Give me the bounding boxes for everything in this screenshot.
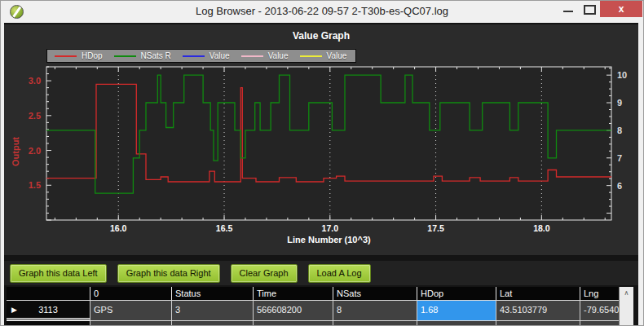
y-axis-label-left: Output [11,126,20,177]
button-bar: Graph this data LeftGraph this data Righ… [4,261,638,285]
table-row: 3114NTUN1.250.307.3788154.0590317.000000… [7,320,633,326]
table-cell[interactable]: GPS [90,301,171,320]
window-title: Log Browser - 2013-06-22 09-57 2-T30b-es… [0,0,644,23]
graph-this-data-right-button[interactable]: Graph this data Right [117,264,220,283]
column-header-nsats[interactable]: NSats [333,287,417,300]
table-cell[interactable]: 8 [333,301,417,320]
table-cell[interactable]: 566608200 [253,301,333,320]
table-cell[interactable]: NTUN [90,321,171,326]
row-header-cell[interactable]: ▶3113 [7,301,90,320]
table-cell[interactable]: 0.30 [253,321,333,326]
left-tick-label: 1.5 [29,180,41,190]
table-cell[interactable]: 1.25 [171,321,253,326]
right-tick-label: 10 [617,70,627,80]
current-row-marker-icon: ▶ [11,306,17,314]
row-header-cell[interactable]: 3114 [7,321,90,326]
x-tick-label: 17.0 [322,223,339,233]
left-tick-label: 3.0 [29,76,41,86]
right-tick-label: 7 [617,153,622,163]
column-header-row[interactable] [7,287,90,300]
table-row: ▶3113GPS356660820081.6843.5103779-79.654… [7,300,633,320]
legend-swatch [300,55,322,57]
maximize-button[interactable] [579,0,600,18]
right-tick-label: 6 [617,181,622,191]
column-header-0[interactable]: 0 [90,287,171,300]
load-a-log-button[interactable]: Load A Log [308,264,371,283]
minimize-button[interactable] [558,0,579,18]
legend: HDopNSats RValueValueValue [46,49,356,63]
clear-graph-button[interactable]: Clear Graph [231,264,298,283]
table-cell[interactable]: 3 [171,301,253,320]
legend-label: HDop [82,51,103,60]
table-cell[interactable]: -79.65402 [580,301,619,320]
x-tick-label: 17.5 [427,223,444,233]
close-button[interactable]: x [600,1,642,17]
plot-background [46,67,611,220]
legend-label: NSats R [141,51,171,60]
graph-panel: Value Graph 1.52.02.53.067891016.016.517… [4,24,638,255]
legend-swatch [55,55,77,57]
legend-label: Value [327,51,347,60]
table-cell[interactable]: 4.000000 [580,321,619,326]
left-tick-label: 2.5 [29,111,41,121]
log-browser-content: Value Graph 1.52.02.53.067891016.016.517… [4,23,638,326]
right-tick-label: 8 [617,126,622,135]
log-table[interactable]: 0StatusTimeNSatsHDopLatLng▶3113GPS356660… [7,287,633,326]
legend-item[interactable]: Value [183,51,230,60]
row-line-number: 3113 [38,305,58,315]
table-cell[interactable]: 4.059031 [417,321,496,326]
legend-item[interactable]: Value [300,51,347,60]
table-cell[interactable]: 7.378815 [333,321,417,326]
table-header-row: 0StatusTimeNSatsHDopLatLng [7,287,633,300]
left-tick-label: 2.0 [29,146,41,156]
legend-item[interactable]: HDop [55,51,103,60]
legend-item[interactable]: NSats R [114,51,171,60]
x-tick-label: 18.0 [533,223,550,233]
legend-label: Value [210,51,230,60]
x-tick-label: 16.0 [110,223,127,233]
x-axis-label: Line Number (10^3) [46,235,611,244]
scroll-up-icon[interactable]: ∧ [620,287,633,300]
column-header-time[interactable]: Time [253,287,333,300]
table-scrollbar[interactable]: ∧ [619,287,633,326]
legend-swatch [183,55,205,57]
selected-cell[interactable]: 1.68 [417,301,496,320]
close-icon: x [619,3,624,15]
legend-swatch [241,55,263,57]
legend-label: Value [268,51,289,60]
column-header-status[interactable]: Status [171,287,253,300]
title-bar[interactable]: Log Browser - 2013-06-22 09-57 2-T30b-es… [0,0,644,23]
legend-item[interactable]: Value [241,51,289,60]
table-cell[interactable]: 43.5103779 [496,301,580,320]
legend-swatch [114,55,136,57]
graph-this-data-left-button[interactable]: Graph this data Left [10,264,107,283]
table-cell[interactable]: 7.000000 [496,321,580,326]
x-tick-label: 16.5 [216,223,233,233]
column-header-lat[interactable]: Lat [496,287,580,300]
column-header-lng[interactable]: Lng [580,287,619,300]
right-tick-label: 9 [617,98,622,108]
column-header-hdop[interactable]: HDop [417,287,496,300]
